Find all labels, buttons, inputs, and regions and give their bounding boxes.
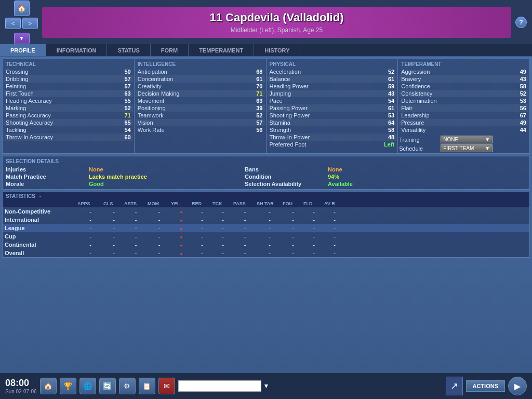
home-icon-btn[interactable]: 🏠 (40, 378, 57, 394)
stats-cell: - (233, 208, 257, 215)
stats-cell: ● (171, 250, 192, 256)
home-button[interactable]: 🏠 (14, 1, 30, 16)
attr-name: Throw-In Power (270, 134, 380, 140)
tab-history[interactable]: HISTORY (254, 44, 300, 56)
attr-value: 54 (116, 127, 131, 133)
stats-row-name: Overall (5, 250, 77, 256)
attr-name: Confidence (401, 83, 512, 89)
stats-row[interactable]: Overall----●------- (3, 249, 529, 257)
stats-row[interactable]: Non-Competitive----●------- (3, 207, 529, 216)
dropdown-button[interactable]: ▼ (14, 33, 30, 44)
selection-field-value: 94% (328, 174, 484, 180)
selection-field-label: Match Practice (6, 174, 89, 180)
stats-cell: - (324, 225, 345, 231)
stats-col-header: AV R (324, 201, 345, 206)
attr-name: Jumping (270, 90, 380, 97)
tab-information[interactable]: INFORMATION (46, 44, 108, 56)
forward-button[interactable]: > (22, 18, 38, 29)
stats-cell: - (124, 208, 148, 215)
stats-cell: - (303, 250, 324, 256)
stats-cell: - (148, 208, 171, 215)
stats-cell: - (233, 225, 257, 231)
attr-value: 61 (248, 76, 263, 82)
stats-cell: - (303, 233, 324, 240)
stats-cell: - (212, 242, 233, 248)
settings-icon-btn[interactable]: ⚙ (119, 378, 136, 394)
stats-cell: - (103, 208, 124, 215)
search-input[interactable] (178, 380, 261, 392)
attr-name: Shooting Power (270, 112, 380, 118)
temperament-label: TEMPERAMENT (399, 60, 528, 68)
stats-cell: - (324, 233, 345, 240)
stats-cell: - (103, 217, 124, 223)
stats-cell: - (303, 217, 324, 223)
attr-value: 52 (116, 105, 131, 111)
stats-cell: ● (171, 217, 192, 223)
stats-cell: - (324, 217, 345, 223)
stats-header-row: APPSGLSASTSMOMYELREDTCKPASSSH TARFOUFLDA… (3, 200, 529, 207)
attr-row: Vision57 (136, 119, 265, 126)
selection-field-value: Lacks match practice (89, 174, 245, 180)
attr-value: 57 (116, 83, 131, 89)
stats-cell: - (192, 225, 212, 231)
attr-value: 65 (116, 119, 131, 126)
stats-cell: - (124, 242, 148, 248)
attr-value: 57 (116, 76, 131, 82)
stats-cell: - (212, 250, 233, 256)
attr-name: Dribbling (6, 76, 116, 82)
stats-cell: - (192, 217, 212, 223)
attr-name: Pace (270, 98, 380, 104)
attr-name: Stamina (270, 119, 380, 126)
tab-profile[interactable]: PROFILE (0, 44, 46, 56)
stats-cell: - (124, 225, 148, 231)
attr-name: Creativity (138, 83, 248, 89)
attr-value: 67 (512, 112, 526, 118)
tab-form[interactable]: FORM (151, 44, 189, 56)
forward-circle-button[interactable]: ▶ (508, 377, 527, 395)
stats-cell: - (192, 208, 212, 215)
training-dropdown[interactable]: NONE▼ (441, 136, 493, 143)
stats-row[interactable]: League----●------- (3, 224, 529, 232)
stats-row-name: Cup (5, 233, 77, 240)
clipboard-icon-btn[interactable]: 📋 (139, 378, 155, 394)
temperament-rows: Aggression49Bravery43Confidence58Consist… (399, 68, 528, 134)
attr-row: Throw-In Power48 (268, 134, 397, 141)
attributes-section: TECHNICAL Crossing50Dribbling57Feinting5… (2, 59, 530, 154)
attr-value: 43 (380, 90, 394, 97)
globe-icon-btn[interactable]: 🌐 (79, 378, 96, 394)
schedule-dropdown[interactable]: FIRST TEAM▼ (441, 144, 493, 152)
attr-value: 54 (380, 98, 394, 104)
tab-temperament[interactable]: TEMPERAMENT (189, 44, 254, 56)
stats-cell: - (77, 242, 103, 248)
attr-name: Marking (6, 105, 116, 111)
stats-cell: - (257, 233, 283, 240)
stats-row[interactable]: Continental----●------- (3, 241, 529, 249)
help-button[interactable]: ? (515, 17, 527, 28)
stats-row[interactable]: Cup----●------- (3, 232, 529, 241)
stats-cell: ● (171, 233, 192, 240)
attr-name: Passing Power (270, 105, 380, 111)
stats-cell: - (124, 233, 148, 240)
refresh-icon-btn[interactable]: 🔄 (99, 378, 116, 394)
stats-row[interactable]: International----●------- (3, 216, 529, 224)
top-bar: 🏠 < > ▼ 11 Capdevila (Valladolid) Midfie… (0, 0, 532, 44)
trophy-icon-btn[interactable]: 🏆 (60, 378, 76, 394)
mail-icon-btn[interactable]: ✉ (158, 378, 175, 394)
attr-value: 50 (116, 69, 131, 75)
attr-row: Aggression49 (399, 68, 528, 75)
stats-cell: - (257, 250, 283, 256)
attr-name: Shooting Accuracy (6, 119, 116, 126)
attr-name: Passing Accuracy (6, 112, 116, 118)
attr-row: Passing Accuracy71 (4, 112, 133, 119)
stats-cell: - (212, 217, 233, 223)
main-content: TECHNICAL Crossing50Dribbling57Feinting5… (0, 57, 532, 373)
attr-name: Acceleration (270, 69, 380, 75)
search-dropdown-arrow[interactable]: ▼ (263, 382, 270, 390)
stats-col-header: FLD (303, 201, 324, 206)
tab-status[interactable]: STATUS (107, 44, 150, 56)
actions-button[interactable]: ACTIONS (466, 380, 506, 392)
attr-value: 63 (248, 98, 263, 104)
back-button[interactable]: < (5, 18, 21, 29)
attr-value: 56 (248, 127, 263, 133)
attr-row: Teamwork52 (136, 112, 265, 119)
